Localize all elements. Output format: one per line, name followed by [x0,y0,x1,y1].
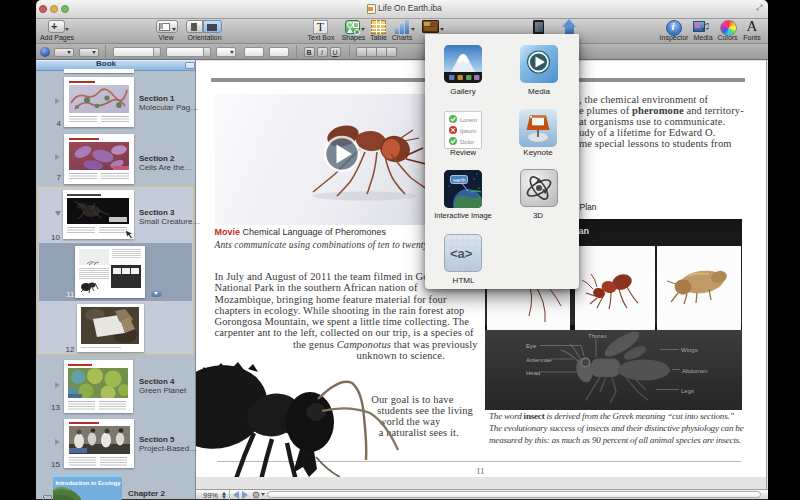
svg-text:Dolor: Dolor [460,138,474,144]
svg-text:Eye: Eye [526,343,537,349]
svg-text:Wings: Wings [681,347,698,353]
svg-text:<a>: <a> [450,246,473,261]
svg-text:Head: Head [526,370,540,376]
svg-text:Legs: Legs [681,388,694,394]
svg-text:Thorax: Thorax [588,333,607,339]
svg-text:Abdomen: Abdomen [682,368,708,374]
svg-text:Antennae: Antennae [526,357,552,363]
svg-text:earth: earth [453,177,466,183]
svg-text:Lorem: Lorem [460,116,477,122]
svg-text:Ipsum: Ipsum [460,127,476,133]
